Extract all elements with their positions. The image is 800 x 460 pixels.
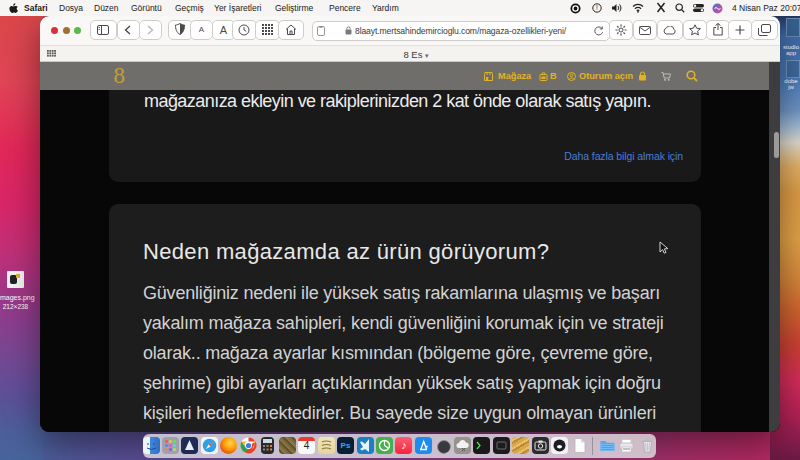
svg-text:!: !: [596, 4, 598, 11]
